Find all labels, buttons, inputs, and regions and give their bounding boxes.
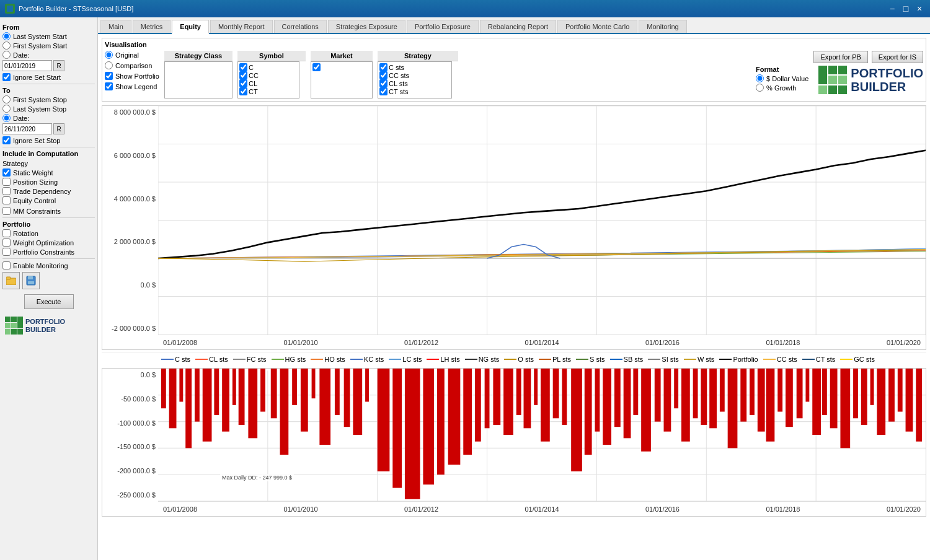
tab-rebalancing-report[interactable]: Rebalancing Report: [480, 20, 556, 33]
strategy-cc-sts[interactable]: CC sts: [379, 71, 450, 79]
legend-line-lh-sts: [427, 359, 439, 360]
tab-correlations[interactable]: Correlations: [274, 20, 327, 33]
format-dollar[interactable]: $ Dollar Value: [756, 74, 808, 82]
enable-monitoring-check[interactable]: Enable Monitoring: [2, 261, 95, 269]
from-first-system-start-radio[interactable]: [2, 42, 11, 50]
svg-rect-72: [571, 369, 582, 471]
to-date-reset[interactable]: R: [53, 123, 64, 134]
x-2010: 01/01/2010: [283, 339, 317, 346]
tab-portfolio-exposure[interactable]: Portfolio Exposure: [407, 20, 479, 33]
format-dollar-radio[interactable]: [756, 74, 764, 82]
to-first-system-stop[interactable]: First System Stop: [2, 95, 95, 103]
strategy-ct-sts[interactable]: CT sts: [379, 87, 450, 95]
strategy-sublabel: Strategy: [2, 160, 95, 167]
portfolio-constraints-check[interactable]: Portfolio Constraints: [2, 248, 95, 256]
enable-monitoring-checkbox[interactable]: [2, 261, 11, 269]
to-date-radio[interactable]: [2, 114, 11, 122]
static-weight-check[interactable]: Static Weight: [2, 168, 95, 177]
tab-portfolio-monte-carlo[interactable]: Portfolio Monte Carlo: [557, 20, 637, 33]
minimize-button[interactable]: −: [887, 3, 898, 14]
format-dollar-label: $ Dollar Value: [766, 75, 808, 82]
position-sizing-check[interactable]: Position Sizing: [2, 178, 95, 186]
to-first-system-stop-radio[interactable]: [2, 95, 11, 103]
svg-rect-79: [641, 369, 651, 452]
vis-original-radio[interactable]: [105, 51, 113, 59]
tab-equity[interactable]: Equity: [172, 20, 209, 34]
mm-constraints-check[interactable]: MM Constraints: [2, 207, 95, 215]
ignore-set-start[interactable]: Ignore Set Start: [2, 73, 95, 81]
legend-line-ho-sts: [311, 359, 323, 360]
equity-control-check[interactable]: Equity Control: [2, 196, 95, 204]
close-button[interactable]: ×: [914, 3, 925, 14]
svg-rect-58: [423, 369, 434, 484]
to-date-input[interactable]: [2, 123, 52, 134]
symbol-c[interactable]: C: [239, 63, 298, 71]
strategy-class-list[interactable]: [164, 61, 232, 98]
mm-constraints-checkbox[interactable]: [2, 207, 11, 215]
tab-strategies-exposure[interactable]: Strategies Exposure: [328, 20, 405, 33]
from-last-system-start-radio[interactable]: [2, 32, 11, 40]
trade-dependency-checkbox[interactable]: [2, 187, 11, 195]
format-pct-radio[interactable]: [756, 84, 764, 92]
symbol-ct[interactable]: CT: [239, 87, 298, 95]
export-is-button[interactable]: Export for IS: [872, 51, 923, 63]
symbol-list[interactable]: C CC CL CT: [237, 61, 299, 98]
format-pct[interactable]: % Growth: [756, 84, 808, 92]
maximize-button[interactable]: □: [900, 3, 911, 14]
strategy-list[interactable]: C sts CC sts CL sts CT sts: [378, 61, 452, 98]
ignore-set-stop-checkbox[interactable]: [2, 136, 11, 144]
rotation-checkbox[interactable]: [2, 229, 11, 237]
static-weight-checkbox[interactable]: [2, 168, 11, 177]
show-legend-checkbox[interactable]: [105, 82, 113, 90]
strategy-c-sts[interactable]: C sts: [379, 63, 450, 71]
show-portfolio-checkbox[interactable]: [105, 72, 113, 80]
weight-optimization-check[interactable]: Weight Optimization: [2, 238, 95, 247]
show-legend-check[interactable]: Show Legend: [105, 82, 159, 90]
from-last-system-start[interactable]: Last System Start: [2, 32, 95, 40]
strategy-section: Strategy C sts CC sts CL sts CT sts: [378, 51, 458, 98]
from-date-input[interactable]: [2, 60, 52, 71]
vis-comparison[interactable]: Comparison: [105, 61, 159, 69]
tab-monthly-report[interactable]: Monthly Report: [210, 20, 273, 33]
portfolio-constraints-checkbox[interactable]: [2, 248, 11, 256]
vis-original[interactable]: Original: [105, 51, 159, 59]
export-pb-button[interactable]: Export for PB: [813, 51, 867, 63]
symbol-cc[interactable]: CC: [239, 71, 298, 79]
trade-dependency-check[interactable]: Trade Dependency: [2, 187, 95, 195]
rotation-check[interactable]: Rotation: [2, 229, 95, 237]
to-last-system-stop-radio[interactable]: [2, 105, 11, 113]
from-date-radio[interactable]: [2, 51, 11, 59]
folder-button[interactable]: [2, 272, 20, 289]
execute-button[interactable]: Execute: [24, 294, 74, 309]
legend-o-sts: O sts: [504, 356, 534, 363]
weight-optimization-checkbox[interactable]: [2, 238, 11, 247]
tab-metrics[interactable]: Metrics: [133, 20, 170, 33]
dd-x-2016: 01/01/2016: [645, 505, 680, 513]
vis-comparison-radio[interactable]: [105, 61, 113, 69]
ignore-set-start-checkbox[interactable]: [2, 73, 11, 81]
legend-lh-sts: LH sts: [427, 356, 459, 363]
market-check[interactable]: [312, 63, 371, 71]
equity-chart-svg: [158, 106, 926, 335]
svg-rect-40: [222, 369, 229, 432]
portfolio-constraints-label: Portfolio Constraints: [13, 248, 74, 256]
show-portfolio-check[interactable]: Show Portfolio: [105, 72, 159, 80]
ignore-set-stop[interactable]: Ignore Set Stop: [2, 136, 95, 144]
legend-hg-sts: HG sts: [272, 356, 306, 363]
to-date-option[interactable]: Date:: [2, 114, 95, 122]
svg-rect-68: [534, 369, 538, 405]
tab-monitoring[interactable]: Monitoring: [639, 20, 686, 33]
equity-control-checkbox[interactable]: [2, 196, 11, 204]
from-date-reset[interactable]: R: [53, 60, 64, 71]
svg-rect-60: [448, 369, 461, 465]
from-first-system-start[interactable]: First System Start: [2, 42, 95, 50]
to-last-system-stop[interactable]: Last System Stop: [2, 105, 95, 113]
position-sizing-checkbox[interactable]: [2, 178, 11, 186]
market-list[interactable]: [311, 61, 373, 98]
tab-main[interactable]: Main: [100, 20, 131, 33]
symbol-cl[interactable]: CL: [239, 79, 298, 87]
save-button[interactable]: [22, 272, 40, 289]
market-section: Market: [311, 51, 373, 98]
strategy-cl-sts[interactable]: CL sts: [379, 79, 450, 87]
from-date-option[interactable]: Date:: [2, 51, 95, 59]
